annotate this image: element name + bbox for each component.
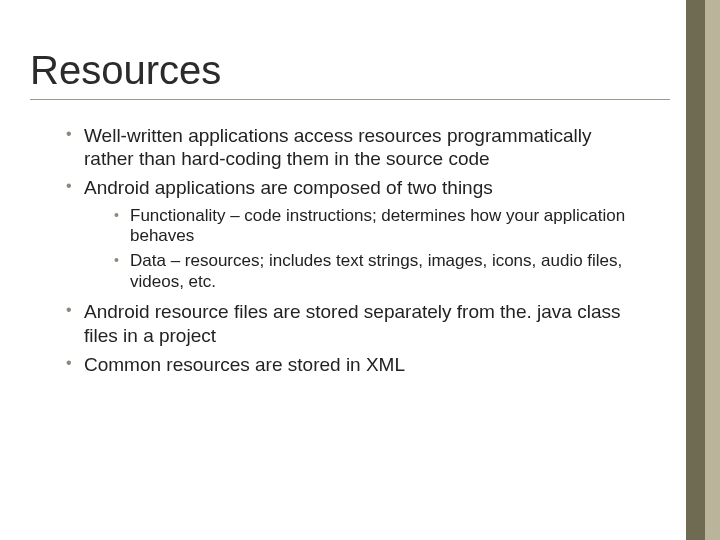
bullet-text: Common resources are stored in XML	[84, 354, 405, 375]
accent-sidebar	[686, 0, 720, 540]
list-item: Well-written applications access resourc…	[66, 124, 646, 170]
list-item: Data – resources; includes text strings,…	[114, 251, 646, 292]
title-block: Resources	[30, 48, 646, 100]
title-underline	[30, 99, 670, 100]
bullet-text: Data – resources; includes text strings,…	[130, 251, 622, 291]
bullet-text: Well-written applications access resourc…	[84, 125, 592, 169]
list-item: Android applications are composed of two…	[66, 176, 646, 292]
bullet-list: Well-written applications access resourc…	[66, 124, 646, 376]
slide-content: Resources Well-written applications acce…	[0, 0, 686, 540]
list-item: Functionality – code instructions; deter…	[114, 206, 646, 247]
list-item: Common resources are stored in XML	[66, 353, 646, 376]
sub-bullet-list: Functionality – code instructions; deter…	[114, 206, 646, 293]
list-item: Android resource files are stored separa…	[66, 300, 646, 346]
bullet-text: Functionality – code instructions; deter…	[130, 206, 625, 246]
bullet-text: Android applications are composed of two…	[84, 177, 493, 198]
bullet-text: Android resource files are stored separa…	[84, 301, 620, 345]
slide-title: Resources	[30, 48, 646, 97]
